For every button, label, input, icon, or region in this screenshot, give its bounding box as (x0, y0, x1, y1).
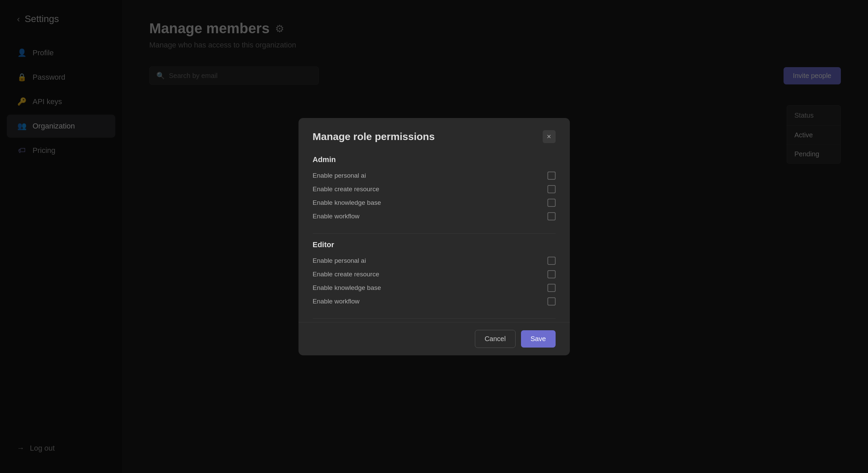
permission-label-editor-1: Enable create resource (313, 271, 379, 278)
permission-checkbox-editor-2[interactable] (547, 284, 556, 292)
permission-row-editor-1: Enable create resource (313, 268, 556, 281)
modal-title: Manage role permissions (313, 131, 435, 142)
modal-overlay: Manage role permissions × AdminEnable pe… (0, 0, 868, 473)
permission-row-editor-0: Enable personal ai (313, 254, 556, 268)
permission-label-editor-0: Enable personal ai (313, 257, 366, 264)
permission-checkbox-editor-1[interactable] (547, 270, 556, 278)
modal-header: Manage role permissions × (298, 118, 570, 152)
permission-checkbox-admin-0[interactable] (547, 172, 556, 180)
role-section-admin: AdminEnable personal aiEnable create res… (313, 155, 556, 223)
permission-row-editor-2: Enable knowledge base (313, 281, 556, 295)
permission-row-editor-3: Enable workflow (313, 295, 556, 308)
role-title-admin: Admin (313, 155, 556, 164)
permission-checkbox-admin-3[interactable] (547, 212, 556, 220)
permission-checkbox-editor-0[interactable] (547, 257, 556, 265)
permission-row-admin-0: Enable personal ai (313, 169, 556, 182)
permission-label-admin-1: Enable create resource (313, 185, 379, 193)
permission-label-admin-3: Enable workflow (313, 213, 360, 220)
permission-label-editor-2: Enable knowledge base (313, 284, 381, 292)
role-section-editor: EditorEnable personal aiEnable create re… (313, 240, 556, 308)
permission-label-editor-3: Enable workflow (313, 298, 360, 305)
role-permissions-modal: Manage role permissions × AdminEnable pe… (298, 118, 570, 355)
permission-checkbox-admin-1[interactable] (547, 185, 556, 193)
cancel-button[interactable]: Cancel (475, 330, 516, 348)
save-button[interactable]: Save (521, 330, 556, 348)
modal-footer: Cancel Save (298, 322, 570, 355)
permission-label-admin-0: Enable personal ai (313, 172, 366, 179)
permission-row-admin-1: Enable create resource (313, 182, 556, 196)
modal-body: AdminEnable personal aiEnable create res… (298, 152, 570, 322)
permission-label-admin-2: Enable knowledge base (313, 199, 381, 206)
role-title-editor: Editor (313, 240, 556, 249)
permission-checkbox-admin-2[interactable] (547, 199, 556, 207)
permission-row-admin-3: Enable workflow (313, 210, 556, 223)
permission-row-admin-2: Enable knowledge base (313, 196, 556, 210)
permission-checkbox-editor-3[interactable] (547, 297, 556, 306)
close-modal-button[interactable]: × (543, 130, 556, 143)
